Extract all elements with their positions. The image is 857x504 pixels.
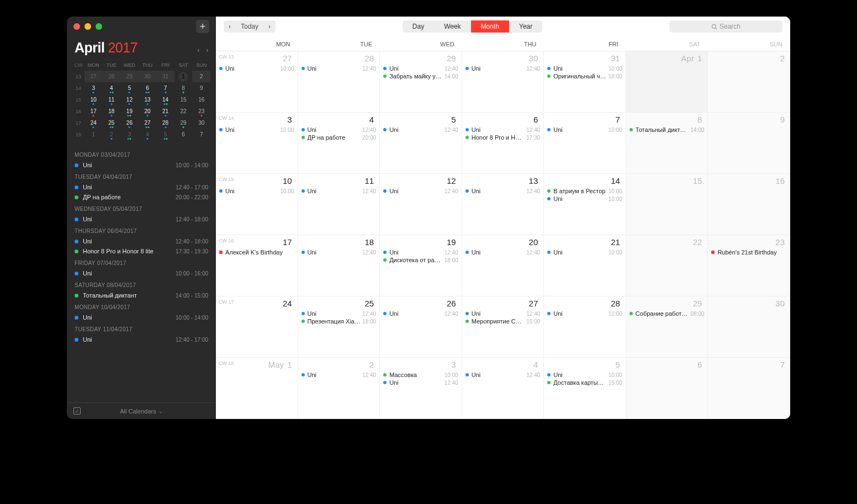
mini-day[interactable]: 28: [103, 71, 121, 82]
mini-day[interactable]: 1: [178, 72, 188, 82]
mini-day[interactable]: 8: [174, 82, 193, 94]
day-cell[interactable]: 5Uni10:00Доставка карты…15:00: [544, 358, 626, 419]
sidebar-footer[interactable]: ✓ All Calendars ⌄: [67, 402, 216, 419]
mini-day[interactable]: 20: [139, 105, 157, 117]
day-cell[interactable]: 12Uni12:40: [380, 174, 462, 235]
mini-day[interactable]: 10: [84, 94, 103, 105]
day-cell[interactable]: 3Uni10:00: [216, 113, 298, 173]
mini-day[interactable]: 18: [103, 105, 121, 117]
day-cell[interactable]: 5Uni12:40: [380, 113, 462, 173]
mini-day[interactable]: 4: [103, 82, 121, 94]
day-cell[interactable]: 16: [708, 174, 790, 235]
mini-day[interactable]: 13: [139, 94, 157, 105]
agenda-event[interactable]: ДР на работе20:00 - 22:00: [75, 192, 208, 202]
day-cell[interactable]: 30Uni12:40: [462, 51, 544, 112]
calendar-event[interactable]: Тотальный дикта…14:00: [629, 126, 705, 134]
calendar-event[interactable]: Uni10:00: [547, 310, 622, 317]
calendar-event[interactable]: Массовка10:00: [383, 371, 458, 379]
calendar-event[interactable]: ДР на работе20:00: [301, 134, 377, 141]
calendar-event[interactable]: Uni12:40: [301, 65, 377, 72]
day-cell[interactable]: 23Rubén's 21st Birthday: [708, 235, 790, 296]
calendar-event[interactable]: Uni10:00: [219, 65, 294, 72]
day-cell[interactable]: 27Uni10:00: [216, 51, 298, 112]
calendar-event[interactable]: Uni12:40: [465, 126, 541, 134]
mini-day[interactable]: 15: [174, 94, 193, 105]
calendar-event[interactable]: Uni10:00: [547, 371, 622, 379]
day-cell[interactable]: 14В атриум в Рестор10:00Uni10:00: [544, 174, 626, 235]
mini-day[interactable]: 16: [192, 94, 210, 105]
mini-day[interactable]: 28: [156, 117, 174, 129]
calendar-event[interactable]: Мероприятие Са…15:00: [465, 317, 541, 325]
calendar-event[interactable]: В атриум в Рестор10:00: [547, 187, 622, 195]
calendar-event[interactable]: Uni12:40: [301, 126, 377, 134]
mini-day[interactable]: 29: [174, 117, 193, 129]
day-cell[interactable]: 11Uni12:40: [298, 174, 380, 235]
day-cell[interactable]: 4Uni12:40ДР на работе20:00: [298, 113, 380, 173]
maximize-icon[interactable]: [96, 23, 102, 30]
calendar-event[interactable]: Собрание работ…08:00: [629, 310, 705, 317]
day-cell[interactable]: 6: [626, 358, 708, 419]
mini-day[interactable]: 5: [156, 129, 174, 140]
day-cell[interactable]: 27Uni12:40Мероприятие Са…15:00: [462, 296, 544, 357]
day-cell[interactable]: May 1: [216, 358, 298, 419]
day-cell[interactable]: 2: [708, 51, 790, 112]
mini-day[interactable]: 5: [120, 82, 139, 94]
agenda-list[interactable]: MONDAY 03/04/2017Uni10:00 - 14:00TUESDAY…: [67, 145, 216, 402]
day-cell[interactable]: 17Алексей K's Birthday: [216, 235, 298, 296]
day-cell[interactable]: 21Uni10:00: [544, 235, 626, 296]
calendar-event[interactable]: Uni12:40: [383, 187, 458, 195]
calendar-event[interactable]: Uni10:00: [219, 126, 294, 134]
calendar-event[interactable]: Оригинальный ч…18:00: [547, 72, 622, 80]
mini-day[interactable]: 9: [192, 82, 210, 94]
agenda-event[interactable]: Тотальный диктант14:00 - 15:00: [75, 290, 208, 300]
view-day-button[interactable]: Day: [403, 20, 434, 33]
day-cell[interactable]: 24: [216, 296, 298, 357]
day-cell[interactable]: 29Собрание работ…08:00: [626, 296, 708, 357]
day-cell[interactable]: 7: [708, 358, 790, 419]
mini-day[interactable]: 2: [192, 71, 210, 82]
day-cell[interactable]: 26Uni12:40: [380, 296, 462, 357]
day-cell[interactable]: 19Uni12:40Дискотека от ра…18:00: [380, 235, 462, 296]
mini-day[interactable]: 29: [120, 71, 139, 82]
calendar-event[interactable]: Uni10:00: [547, 195, 622, 203]
mini-day[interactable]: 1: [84, 129, 103, 140]
mini-day[interactable]: 14: [156, 94, 174, 105]
mini-day[interactable]: 27: [139, 117, 157, 129]
day-cell[interactable]: 22: [626, 235, 708, 296]
calendar-event[interactable]: Uni12:40: [301, 371, 377, 379]
calendar-event[interactable]: Uni12:40: [301, 187, 377, 195]
calendar-event[interactable]: Доставка карты…15:00: [547, 379, 622, 386]
calendar-event[interactable]: Uni12:40: [383, 248, 458, 256]
mini-day[interactable]: 6: [174, 129, 193, 140]
view-week-button[interactable]: Week: [434, 20, 470, 33]
calendar-event[interactable]: Uni10:00: [219, 187, 294, 195]
day-cell[interactable]: 25Uni12:40Презентация Xia…18:00: [298, 296, 380, 357]
day-cell[interactable]: 15: [626, 174, 708, 235]
day-cell[interactable]: 31Uni10:00Оригинальный ч…18:00: [544, 51, 626, 112]
mini-day[interactable]: 11: [103, 94, 121, 105]
calendar-event[interactable]: Uni12:40: [383, 310, 458, 317]
checkbox-icon[interactable]: ✓: [73, 407, 81, 415]
calendar-event[interactable]: Uni12:40: [383, 379, 458, 386]
day-cell[interactable]: 30: [708, 296, 790, 357]
calendar-event[interactable]: Uni12:40: [301, 248, 377, 256]
day-cell[interactable]: Apr 1: [626, 51, 708, 112]
calendar-event[interactable]: Забрать майку у…14:00: [383, 72, 458, 80]
mini-day[interactable]: 3: [120, 129, 139, 140]
day-cell[interactable]: 6Uni12:40Honor 8 Pro и Ho…17:30: [462, 113, 544, 173]
calendar-event[interactable]: Uni12:40: [465, 310, 541, 317]
add-event-button[interactable]: +: [196, 20, 209, 33]
day-cell[interactable]: 4Uni12:40: [462, 358, 544, 419]
close-icon[interactable]: [73, 23, 80, 30]
calendar-event[interactable]: Uni12:40: [383, 126, 458, 134]
day-cell[interactable]: 2Uni12:40: [298, 358, 380, 419]
day-cell[interactable]: 7Uni10:00: [544, 113, 626, 173]
mini-day[interactable]: 2: [103, 129, 121, 140]
mini-day[interactable]: 7: [192, 129, 210, 140]
next-button[interactable]: ›: [263, 20, 276, 33]
mini-day[interactable]: 4: [139, 129, 157, 140]
mini-day[interactable]: 6: [139, 82, 157, 94]
calendar-event[interactable]: Uni10:00: [547, 65, 622, 72]
agenda-event[interactable]: Uni10:00 - 14:00: [75, 312, 208, 322]
calendar-event[interactable]: Uni12:40: [465, 248, 541, 256]
